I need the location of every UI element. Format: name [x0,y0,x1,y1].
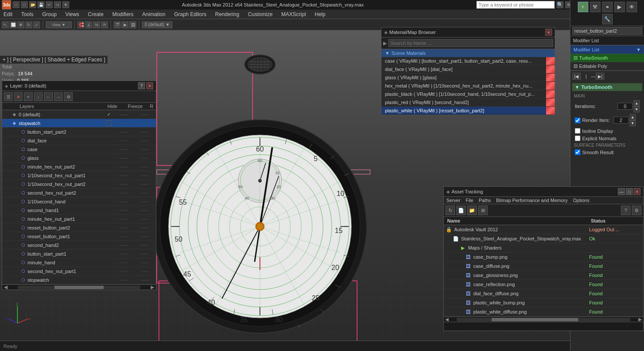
modify-tab[interactable]: ⚒ [590,2,600,12]
scroll-left-btn[interactable]: ◀ [444,317,450,322]
layer-manager-icon[interactable]: 0 (default) ▼ [142,21,172,28]
asset-maximize-btn[interactable]: □ [626,188,633,195]
search-icon[interactable]: 🔍 [556,1,563,8]
layer-item[interactable]: ⬡ second_hex_nut_part2 —— —— [2,189,156,197]
material-panel-close-btn[interactable]: × [545,29,552,36]
menu-graph-editors[interactable]: Graph Editors [172,10,208,18]
new-file-icon[interactable]: □ [21,1,28,8]
asset-help-btn[interactable]: ? [621,206,631,215]
layer-item[interactable]: ◆ 0 (default) ✓ —— —— [2,110,156,119]
render-setup-icon[interactable]: 🎬 [114,21,121,28]
menu-edit[interactable]: Edit [2,10,14,18]
asset-item[interactable]: 🖼 dial_face_diffuse.png Found [444,289,643,298]
layer-item[interactable]: ⬡ 1/10second_hex_nut_part2 —— —— [2,180,156,189]
material-item[interactable]: plastic_black ( VRayMtl ) [1/10second_ha… [381,90,555,98]
asset-item[interactable]: 🖼 case_reflection.png Found [444,280,643,289]
move-icon[interactable]: ✥ [17,21,24,28]
asset-item[interactable]: 📄 Stainless_Steel_Analogue_Pocket_Stopwa… [444,234,643,243]
layer-item[interactable]: ⬡ button_start_part1 —— —— [2,250,156,258]
save-file-icon[interactable]: 💾 [37,1,44,8]
layer-item[interactable]: ⬡ minute_hand —— —— [2,258,156,267]
layer-item[interactable]: ⬡ 1/10second_hand —— —— [2,197,156,206]
layer-item[interactable]: ⬡ resset_button_part2 —— —— [2,223,156,232]
select-region-icon[interactable]: ⬜ [10,21,17,28]
explicit-normals-checkbox[interactable] [575,135,580,141]
asset-item[interactable]: ▶ Maps / Shaders [444,243,643,253]
layer-checkbox[interactable] [106,120,112,126]
hierarchy-tab[interactable]: ⚭ [602,2,613,12]
iterations-up-btn[interactable]: ▲ [634,100,640,106]
angle-snap-icon[interactable]: ∠ [85,21,92,28]
more-tools-icon[interactable]: ▼ [62,1,69,8]
asset-close-btn[interactable]: × [634,188,641,195]
min-restore-icon[interactable]: ─ [13,1,20,8]
modifier-item-turbosmooth[interactable]: TurboSmooth [570,54,644,62]
layer-item[interactable]: ⬡ stopwatch —— —— [2,276,156,284]
asset-settings-btn[interactable]: ⚙ [632,206,641,215]
menu-animation[interactable]: Animation [141,10,167,18]
layer-item[interactable]: ⬡ second_hand1 —— —— [2,206,156,215]
layer-item[interactable]: ⬡ second_hex_nut_part1 —— —— [2,267,156,276]
material-item[interactable]: glass ( VRayMtl ) [glass] [381,74,555,82]
rotate-icon[interactable]: ↻ [25,21,32,28]
layer-panel-help-btn[interactable]: ? [138,82,145,89]
menu-maxscript[interactable]: MAXScript [280,10,308,18]
iterations-down-btn[interactable]: ▼ [634,106,640,112]
asset-minimize-btn[interactable]: — [618,188,625,195]
scale-icon[interactable]: ⤢ [33,21,40,28]
scroll-right-btn[interactable]: ▶ [637,317,643,322]
asset-grid-btn[interactable]: ⊞ [478,206,488,215]
layer-new-btn[interactable]: ☰ [4,92,13,101]
layer-item[interactable]: ⬡ button_start_part2 —— —— [2,128,156,136]
menu-tools[interactable]: Tools [20,10,35,18]
smooth-result-checkbox[interactable] [575,149,580,155]
asset-file-btn[interactable]: 📄 [456,206,466,215]
material-item[interactable]: case ( VRayMtl ) [button_start_part1, bu… [381,57,555,65]
layer-collapse-btn[interactable]: ← [44,92,53,101]
select-mode-icon[interactable]: ↖ [2,21,9,28]
iterations-input[interactable] [617,103,633,110]
motion-tab[interactable]: ▶ [614,2,625,12]
menu-help[interactable]: Help [313,10,327,18]
search-input[interactable] [476,1,555,9]
scroll-right-btn[interactable]: ▶ [149,284,156,290]
asset-menu-paths[interactable]: Paths [479,198,491,203]
menu-modifiers[interactable]: Modifiers [111,10,135,18]
menu-views[interactable]: Views [64,10,81,18]
percent-snap-icon[interactable]: % [93,21,100,28]
layer-panel-close-btn[interactable]: × [146,82,153,89]
menu-group[interactable]: Group [40,10,58,18]
render-iters-down-btn[interactable]: ▼ [630,120,636,126]
asset-item[interactable]: 🖼 case_diffuse.png Found [444,262,643,271]
asset-scroll-thumb[interactable] [492,318,578,321]
render-iters-checkbox[interactable] [575,118,580,123]
asset-refresh-btn[interactable]: ↻ [445,206,455,215]
layer-item[interactable]: ⬡ minute_hex_nut_part1 —— —— [2,215,156,223]
layer-expand-btn[interactable]: → [54,92,63,101]
material-item-selected[interactable]: plastic_white ( VRayMtl ) [resset_button… [381,107,555,115]
utilities-tab[interactable]: 🔧 [602,14,613,24]
menu-customize[interactable]: Customize [246,10,274,18]
asset-menu-options[interactable]: Options [573,198,590,203]
render-frame-icon[interactable]: 🖼 [129,21,136,28]
menu-create[interactable]: Create [86,10,105,18]
asset-item[interactable]: 🖼 case_bump.png Found [444,253,643,262]
material-item[interactable]: plastic_red ( VRayMtl ) [second_hand2] [381,98,555,107]
scroll-left-btn[interactable]: ◀ [2,284,9,290]
layer-item[interactable]: ⬡ case —— —— [2,145,156,154]
reference-coord-icon[interactable]: View ▼ [46,21,72,28]
layer-add-btn[interactable]: + [24,92,33,101]
nav-prev-btn[interactable]: |◀ [572,73,581,80]
isoline-checkbox[interactable] [575,128,580,134]
quick-render-icon[interactable]: ▶ [121,21,128,28]
open-file-icon[interactable]: 📂 [29,1,36,8]
nav-next-btn[interactable]: ▶| [596,73,604,80]
snap-toggle-icon[interactable]: 🧲 [78,21,84,28]
material-search-input[interactable] [388,39,553,47]
undo-icon[interactable]: ↩ [46,1,53,8]
material-item[interactable]: dial_face ( VRayMtl ) [dial_face] [381,65,555,74]
redo-icon[interactable]: ↪ [54,1,61,8]
spinner-snap-icon[interactable]: ⟳ [101,21,108,28]
layer-delete-btn[interactable]: ✕ [14,92,23,101]
modifier-list-dropdown[interactable]: Modifier List ▼ [570,45,644,54]
